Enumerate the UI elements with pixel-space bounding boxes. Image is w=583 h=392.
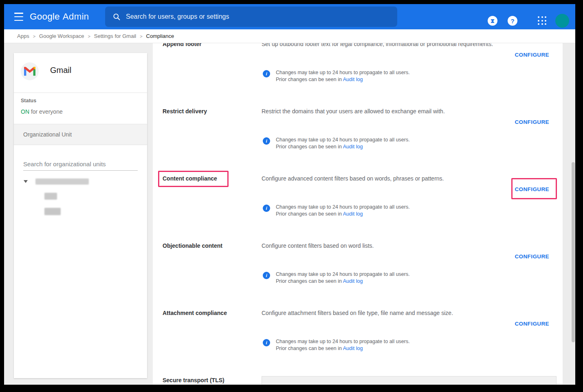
configure-button[interactable]: CONFIGURE xyxy=(515,321,549,327)
brand-google: Google xyxy=(30,11,60,22)
note-line1: Changes may take up to 24 hours to propa… xyxy=(276,204,410,211)
info-icon: i xyxy=(263,272,270,279)
setting-row: Objectionable content Configure content … xyxy=(153,242,563,310)
note-line2: Prior changes can be seen in Audit log xyxy=(276,76,410,83)
note-line1: Changes may take up to 24 hours to propa… xyxy=(276,137,410,143)
audit-log-link[interactable]: Audit log xyxy=(343,144,363,150)
organizational-unit-header: Organizational Unit xyxy=(14,124,147,145)
org-unit-search-input[interactable] xyxy=(23,161,138,171)
redacted-org-unit-child[interactable] xyxy=(44,208,61,215)
propagation-note: i Changes may take up to 24 hours to pro… xyxy=(263,271,410,285)
info-icon: i xyxy=(263,339,270,346)
setting-label: Content compliance xyxy=(163,175,256,182)
gmail-card-header: Gmail xyxy=(14,53,147,93)
status-value: ON for everyone xyxy=(21,108,63,115)
configure-button[interactable]: CONFIGURE xyxy=(515,119,549,125)
audit-log-link[interactable]: Audit log xyxy=(343,278,363,284)
triangle-down-icon[interactable] xyxy=(24,180,28,183)
menu-icon[interactable] xyxy=(14,13,23,21)
scrollbar-track[interactable] xyxy=(563,43,575,384)
setting-description: Set up outbound footer text for legal co… xyxy=(262,43,526,47)
gmail-service-card: Gmail Status ON for everyone Organizatio… xyxy=(14,53,147,378)
info-icon: i xyxy=(263,137,270,145)
service-title: Gmail xyxy=(50,66,71,75)
global-search-input[interactable] xyxy=(126,13,378,20)
note-line2: Prior changes can be seen in Audit log xyxy=(276,278,410,285)
breadcrumb-settings-for-gmail[interactable]: Settings for Gmail xyxy=(94,33,136,39)
gmail-logo-icon xyxy=(21,62,39,80)
app-bar: Google Admin ⧗ ? xyxy=(4,4,575,29)
configure-button[interactable]: CONFIGURE xyxy=(515,186,549,192)
setting-row: Content compliance Configure advanced co… xyxy=(153,175,563,242)
setting-description: Configure attachment filters based on fi… xyxy=(262,310,526,316)
audit-log-link[interactable]: Audit log xyxy=(343,77,363,82)
info-icon: i xyxy=(263,205,270,212)
setting-label: Append footer xyxy=(163,43,256,47)
propagation-note: i Changes may take up to 24 hours to pro… xyxy=(263,137,410,150)
settings-rows: Append footer Set up outbound footer tex… xyxy=(153,43,563,384)
note-line2: Prior changes can be seen in Audit log xyxy=(276,211,410,218)
org-unit-search xyxy=(14,145,147,178)
propagation-note: i Changes may take up to 24 hours to pro… xyxy=(263,204,410,218)
setting-row: Attachment compliance Configure attachme… xyxy=(153,310,563,377)
setting-row: Restrict delivery Restrict the domains t… xyxy=(153,108,563,175)
redacted-org-unit-root[interactable] xyxy=(35,178,89,185)
setting-label: Secure transport (TLS) compliance xyxy=(163,377,256,384)
setting-description: Configure advanced content filters based… xyxy=(262,175,526,182)
setting-hover-box xyxy=(262,376,557,384)
google-admin-logo[interactable]: Google Admin xyxy=(30,4,89,29)
pending-tasks-icon[interactable]: ⧗ xyxy=(488,16,497,26)
status-suffix: for everyone xyxy=(29,108,63,115)
status-section: Status ON for everyone xyxy=(14,93,147,124)
configure-button[interactable]: CONFIGURE xyxy=(515,52,549,58)
search-icon xyxy=(112,13,121,21)
account-avatar[interactable] xyxy=(555,14,569,28)
audit-log-link[interactable]: Audit log xyxy=(343,346,363,351)
scrollbar-thumb[interactable] xyxy=(572,162,575,342)
content-area: Gmail Status ON for everyone Organizatio… xyxy=(4,43,575,384)
google-apps-grid-icon[interactable] xyxy=(537,16,547,26)
audit-log-link[interactable]: Audit log xyxy=(343,211,363,217)
brand-admin: Admin xyxy=(63,11,89,22)
chevron-right-icon: > xyxy=(88,34,90,39)
info-icon: i xyxy=(263,70,270,77)
breadcrumb: Apps > Google Workspace > Settings for G… xyxy=(4,29,575,43)
propagation-note: i Changes may take up to 24 hours to pro… xyxy=(263,69,410,83)
compliance-settings-panel: Append footer Set up outbound footer tex… xyxy=(153,43,563,384)
setting-label: Restrict delivery xyxy=(163,108,256,115)
status-on: ON xyxy=(21,108,29,115)
breadcrumb-current-compliance: Compliance xyxy=(146,33,174,39)
chevron-right-icon: > xyxy=(140,34,142,39)
status-label: Status xyxy=(21,98,36,104)
note-line1: Changes may take up to 24 hours to propa… xyxy=(276,271,410,278)
admin-console-window: Google Admin ⧗ ? Apps > Google Workspace… xyxy=(4,4,575,385)
breadcrumb-apps[interactable]: Apps xyxy=(17,33,29,39)
note-line2: Prior changes can be seen in Audit log xyxy=(276,143,410,150)
configure-button[interactable]: CONFIGURE xyxy=(515,253,549,260)
help-icon[interactable]: ? xyxy=(508,16,517,26)
setting-row: Secure transport (TLS) compliance CONFIG… xyxy=(153,377,563,384)
chevron-right-icon: > xyxy=(33,34,35,39)
note-line1: Changes may take up to 24 hours to propa… xyxy=(276,338,410,345)
setting-label: Objectionable content xyxy=(163,242,256,249)
breadcrumb-google-workspace[interactable]: Google Workspace xyxy=(39,33,84,39)
note-line1: Changes may take up to 24 hours to propa… xyxy=(276,69,410,76)
setting-row: Append footer Set up outbound footer tex… xyxy=(153,43,563,108)
setting-description: Configure content filters based on word … xyxy=(262,242,526,249)
setting-label: Attachment compliance xyxy=(163,310,256,316)
note-line2: Prior changes can be seen in Audit log xyxy=(276,345,410,352)
redacted-org-unit-child[interactable] xyxy=(44,193,57,200)
propagation-note: i Changes may take up to 24 hours to pro… xyxy=(263,338,410,352)
global-search-bar[interactable] xyxy=(105,7,397,27)
setting-description: Restrict the domains that your users are… xyxy=(262,108,526,115)
